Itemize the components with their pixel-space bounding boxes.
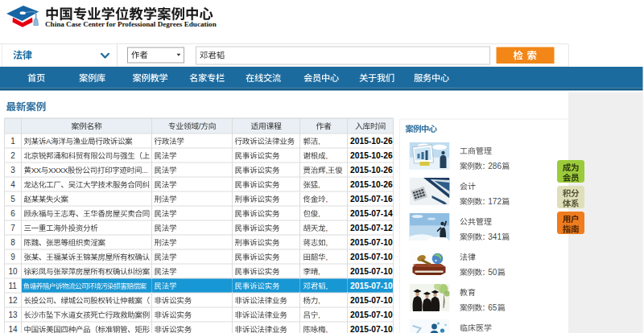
svg-text:9: 9 [10,253,15,261]
svg-text:,: , [325,253,327,261]
svg-text:XX: XX [31,166,42,175]
svg-text:2015-10-26: 2015-10-26 [350,166,393,175]
svg-text:,: , [318,180,320,189]
svg-text:8: 8 [10,238,15,247]
svg-text:11: 11 [8,282,17,290]
svg-text:A: A [46,137,52,146]
svg-text:2015-07-10: 2015-07-10 [350,253,393,261]
svg-text:,: , [325,282,327,290]
svg-text:2015-07-10: 2015-07-10 [350,325,393,333]
svg-text:3: 3 [10,166,15,175]
svg-text:,: , [318,267,320,276]
svg-text:1: 1 [10,137,15,146]
svg-text:4: 4 [10,180,15,189]
svg-text:XXXX: XXXX [48,166,68,175]
svg-text:2015-07-10: 2015-07-10 [350,310,393,319]
svg-text:,: , [325,151,327,160]
svg-text:5: 5 [10,195,15,204]
svg-text:2015-07-12: 2015-07-12 [350,224,393,232]
svg-text:,: , [325,224,327,232]
svg-text:,: , [318,310,320,319]
svg-text:2: 2 [10,151,15,160]
svg-text:341: 341 [488,232,502,241]
svg-text:14: 14 [8,325,18,333]
svg-text:10: 10 [8,267,18,276]
svg-text:6: 6 [10,209,15,218]
svg-text:2015-07-10: 2015-07-10 [350,238,393,247]
svg-text:...: ... [142,166,147,175]
svg-text:2015-10-26: 2015-10-26 [350,137,393,146]
svg-text:,: , [318,296,320,305]
svg-text:172: 172 [488,197,502,206]
svg-text:,: , [325,195,327,204]
svg-text:2015-10-26: 2015-10-26 [350,151,393,160]
svg-text:65: 65 [488,303,497,312]
svg-text:China Case Center for Professi: China Case Center for Professional Degre… [45,20,217,28]
svg-text:2015-07-10: 2015-07-10 [350,282,393,290]
svg-text:12: 12 [8,296,18,305]
svg-text:2015-07-10: 2015-07-10 [350,267,393,276]
svg-text:,: , [325,166,327,175]
svg-text:,: , [325,325,327,333]
svg-text:,: , [318,209,320,218]
svg-text:2015-07-14: 2015-07-14 [350,209,393,218]
svg-text:50: 50 [488,268,497,277]
svg-text:2015-07-16: 2015-07-16 [350,195,393,204]
svg-text:,: , [325,238,327,247]
svg-text:7: 7 [10,224,15,232]
svg-text:286: 286 [488,162,502,171]
svg-text:13: 13 [8,310,18,319]
svg-text:2015-07-10: 2015-07-10 [350,296,393,305]
svg-text:2015-10-26: 2015-10-26 [350,180,393,189]
svg-text:,: , [318,137,320,146]
